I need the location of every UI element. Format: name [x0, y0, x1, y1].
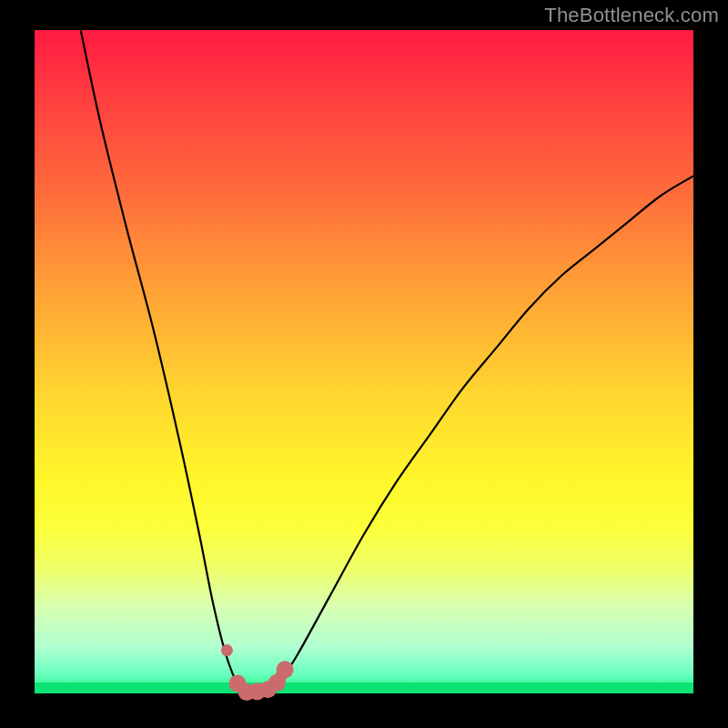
bottleneck-curve-path	[81, 30, 693, 694]
necklace-bead	[221, 644, 233, 656]
bottleneck-curve-svg	[35, 30, 693, 693]
chart-frame: TheBottleneck.com	[0, 0, 728, 728]
necklace-bead	[277, 661, 294, 678]
watermark-label: TheBottleneck.com	[544, 4, 719, 27]
plot-area	[35, 30, 693, 693]
